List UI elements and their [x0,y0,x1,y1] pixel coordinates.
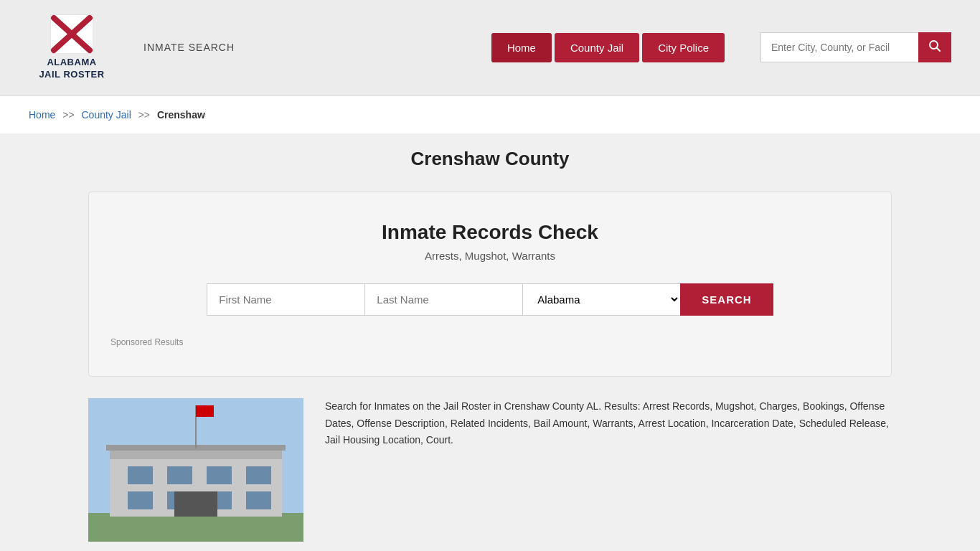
building-image [88,398,303,542]
svg-line-4 [937,48,941,52]
header: ALABAMA JAIL ROSTER INMATE SEARCH Home C… [0,0,980,96]
logo-text: ALABAMA JAIL ROSTER [39,57,104,81]
header-search-input[interactable] [760,32,918,62]
svg-rect-10 [167,466,192,484]
page-title: Crenshaw County [88,148,892,170]
logo-area: ALABAMA JAIL ROSTER [29,14,115,81]
nav-home-button[interactable]: Home [491,33,552,62]
breadcrumb-home-link[interactable]: Home [29,109,55,121]
nav-city-police-button[interactable]: City Police [642,33,725,62]
svg-rect-11 [207,466,232,484]
last-name-input[interactable] [364,283,522,316]
logo-icon [50,14,93,54]
inmate-search-form: Alabama Alaska Arizona Arkansas Californ… [110,283,870,316]
header-search-bar [760,32,951,62]
main-content: Crenshaw County Inmate Records Check Arr… [60,133,920,551]
header-search-button[interactable] [918,32,951,62]
nav-buttons: Home County Jail City Police [491,33,725,62]
breadcrumb: Home >> County Jail >> Crenshaw [0,96,980,133]
breadcrumb-current: Crenshaw [157,109,205,121]
svg-rect-12 [246,466,271,484]
svg-rect-16 [246,491,271,509]
breadcrumb-sep2: >> [138,109,150,121]
svg-rect-6 [88,513,303,542]
breadcrumb-sep1: >> [62,109,74,121]
first-name-input[interactable] [207,283,364,316]
records-subtitle: Arrests, Mugshot, Warrants [110,250,870,262]
state-select[interactable]: Alabama Alaska Arizona Arkansas Californ… [522,283,680,316]
inmate-search-label: INMATE SEARCH [143,42,235,53]
records-title: Inmate Records Check [110,221,870,244]
svg-rect-17 [174,491,217,517]
svg-rect-20 [196,405,214,417]
bottom-section: Search for Inmates on the Jail Roster in… [88,398,892,542]
search-icon [928,39,941,52]
inmate-search-button[interactable]: SEARCH [680,283,773,316]
sponsored-label: Sponsored Results [110,330,870,347]
svg-rect-9 [128,466,153,484]
county-description: Search for Inmates on the Jail Roster in… [325,398,892,449]
nav-county-jail-button[interactable]: County Jail [555,33,639,62]
breadcrumb-county-jail-link[interactable]: County Jail [82,109,131,121]
records-check-box: Inmate Records Check Arrests, Mugshot, W… [88,192,892,377]
svg-rect-13 [128,491,153,509]
